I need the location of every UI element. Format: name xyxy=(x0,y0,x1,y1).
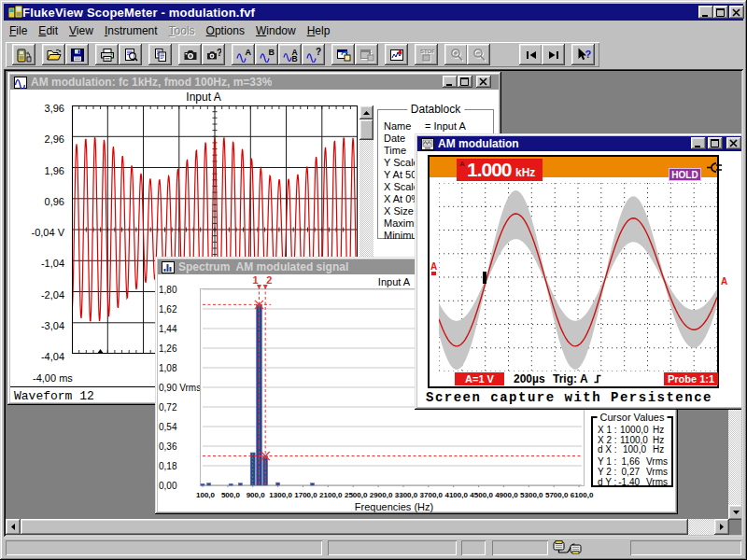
capture-close-button[interactable] xyxy=(726,137,741,149)
instrument-connect-icon xyxy=(17,48,32,63)
scope-screen: A 1.000 kHz HOLD A xyxy=(428,155,719,388)
waveform-y-tick-label: 0,96 xyxy=(23,196,64,207)
datablock-row: Name= Input A xyxy=(384,120,491,133)
stop-icon: STOPSTOP xyxy=(419,48,434,63)
cursor-row: d Y :-1,40Vrms xyxy=(598,477,668,487)
close-button[interactable] xyxy=(729,6,744,19)
svg-text:?: ? xyxy=(316,48,321,57)
menu-item-instrument[interactable]: Instrument xyxy=(99,22,163,40)
svg-text:A: A xyxy=(245,48,251,57)
status-pane-2 xyxy=(328,540,457,555)
spectrum-window-icon xyxy=(162,261,175,273)
toolbar-button-waveform-ab[interactable]: AB xyxy=(278,44,302,65)
menu-item-help[interactable]: Help xyxy=(302,22,336,40)
trigger-edge-icon xyxy=(594,373,602,386)
mdi-workspace: AM modulation: fc 1kHz, fmod 100Hz, m=33… xyxy=(4,69,743,537)
waveform-a-icon: A xyxy=(236,48,251,63)
context-help-icon: ? xyxy=(576,48,591,63)
toolbar-button-save[interactable] xyxy=(65,44,89,65)
scope-channel-label: A xyxy=(459,160,465,168)
status-pane-4 xyxy=(492,540,548,555)
waveform-maximize-button[interactable] xyxy=(458,76,472,88)
waveform-y-tick-label: 2,96 xyxy=(23,133,64,145)
copy-icon xyxy=(153,48,168,63)
toolbar-button-zoom-in[interactable] xyxy=(444,44,468,65)
menu-item-edit[interactable]: Edit xyxy=(33,22,63,40)
toolbar-button-waveform-query[interactable]: ? xyxy=(302,44,325,65)
menu-bar: FileEditViewInstrumentToolsOptionsWindow… xyxy=(4,21,743,40)
toolbar-button-context-help[interactable]: ? xyxy=(571,44,595,65)
waveform-y-tick-label: -1,04 xyxy=(23,258,64,269)
minimize-button[interactable] xyxy=(698,6,713,19)
menu-item-options[interactable]: Options xyxy=(201,22,250,40)
scope-scale-badge: A=1 V xyxy=(455,372,504,385)
capture-window-titlebar[interactable]: AM modulation xyxy=(417,136,743,151)
toolbar-button-open-file[interactable] xyxy=(42,44,65,65)
svg-text:?: ? xyxy=(217,48,221,58)
waveform-y-tick-label: -4,04 xyxy=(23,351,64,362)
capture-window: AM modulation A 1.000 kHz HOLD xyxy=(415,133,743,410)
waveform-close-button[interactable] xyxy=(476,76,491,88)
toolbar-button-waveform-a[interactable]: A xyxy=(232,44,255,65)
waveform-window-titlebar[interactable]: AM modulation: fc 1kHz, fmod 100Hz, m=33… xyxy=(10,75,499,90)
record-chart-icon xyxy=(389,48,404,63)
status-pane-message xyxy=(6,540,322,555)
toolbar-button-stop[interactable]: STOPSTOP xyxy=(415,44,438,65)
toolbar-button-replay-all[interactable] xyxy=(355,44,378,65)
toolbar-button-print[interactable] xyxy=(95,44,119,65)
toolbar-button-replay-window[interactable] xyxy=(331,44,355,65)
menu-item-view[interactable]: View xyxy=(63,22,99,40)
scope-left-channel-tick xyxy=(431,272,436,275)
waveform-x-start-label: -4,00 ms xyxy=(33,372,98,384)
toolbar-button-instrument-connect[interactable] xyxy=(12,44,35,65)
replay-window-icon xyxy=(336,48,351,63)
waveform-y-tick-label: -2,04 xyxy=(23,289,64,301)
spectrum-x-tick-label: 6100,0 xyxy=(566,491,598,500)
toolbar-button-next-frame[interactable] xyxy=(542,44,565,65)
hold-badge: HOLD xyxy=(669,168,701,181)
svg-text:STOP: STOP xyxy=(420,49,434,54)
cursor-values-panel: Cursor Values X 1 :1000,0HzX 2 :1100,0Hz… xyxy=(591,416,673,487)
toolbar-button-screen-capture[interactable] xyxy=(178,44,202,65)
scope-frequency-badge: A 1.000 kHz xyxy=(457,159,543,181)
svg-text:?: ? xyxy=(585,49,591,60)
screen-capture-icon xyxy=(183,48,198,63)
scope-time-label: 200µs xyxy=(514,372,545,385)
scope-left-channel-marker: A xyxy=(430,261,437,272)
mdi-horizontal-scrollbar[interactable] xyxy=(6,519,729,535)
datablock-label: Time xyxy=(384,145,406,156)
datablock-title: Datablock xyxy=(407,103,464,116)
toolbar-button-prev-frame[interactable] xyxy=(519,44,543,65)
toolbar-button-zoom-out[interactable] xyxy=(467,44,490,65)
scope-waveform-plot xyxy=(439,183,717,371)
capture-window-icon xyxy=(421,138,434,150)
toolbar-button-capture-help[interactable]: ? xyxy=(202,44,225,65)
open-file-icon xyxy=(47,48,62,63)
toolbar-button-print-preview[interactable] xyxy=(119,44,142,65)
cursor-row: Y 2 :0,27Vrms xyxy=(598,467,668,477)
cursor-values-title: Cursor Values xyxy=(598,412,668,423)
mdi-vertical-scrollbar[interactable] xyxy=(728,408,743,520)
waveform-y-tick-label: -0,04 V xyxy=(23,227,64,238)
menu-item-tools[interactable]: Tools xyxy=(163,22,201,40)
spectrum-x-axis-title: Frequencies (Hz) xyxy=(301,501,487,512)
toolbar-button-record-chart[interactable] xyxy=(385,44,408,65)
capture-window-content: A 1.000 kHz HOLD A xyxy=(417,151,743,407)
svg-text:B: B xyxy=(268,48,275,57)
waveform-minimize-button[interactable] xyxy=(443,76,458,88)
toolbar-button-waveform-b[interactable]: B xyxy=(255,44,278,65)
cursor-row: d X :100,0Hz xyxy=(598,444,668,455)
waveform-b-icon: B xyxy=(260,48,275,63)
svg-text:1: 1 xyxy=(252,275,258,286)
menu-item-file[interactable]: File xyxy=(4,22,33,40)
waveform-query-icon: ? xyxy=(306,48,321,63)
capture-minimize-button[interactable] xyxy=(691,137,706,149)
save-icon xyxy=(70,48,85,63)
toolbar-button-copy[interactable] xyxy=(148,44,172,65)
status-pane-3 xyxy=(461,540,486,555)
menu-item-window[interactable]: Window xyxy=(250,22,302,40)
capture-maximize-button[interactable] xyxy=(708,137,723,149)
maximize-button[interactable] xyxy=(713,6,728,19)
app-icon xyxy=(8,6,23,19)
print-preview-icon xyxy=(123,48,138,63)
